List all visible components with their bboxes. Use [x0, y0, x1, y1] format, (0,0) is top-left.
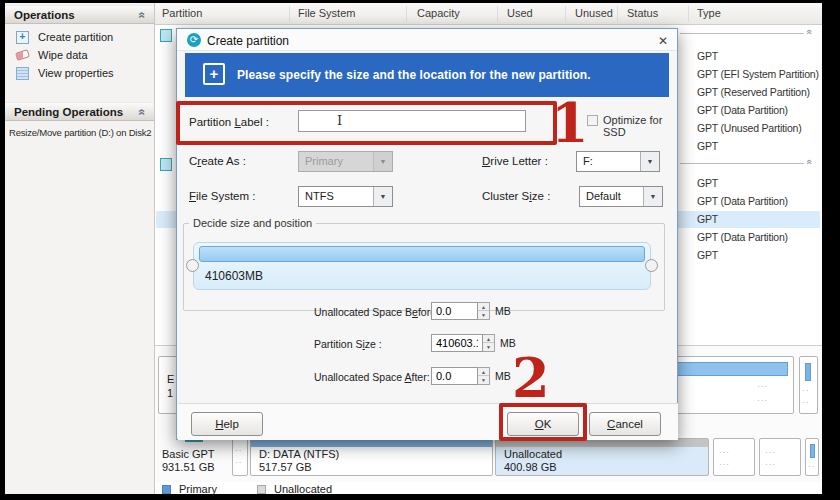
partition-size-label: Partition Size : — [314, 338, 382, 350]
disk2-unallocated-block[interactable]: Unallocated 400.98 GB — [495, 438, 709, 476]
type-cell[interactable]: GPT — [697, 48, 718, 64]
type-cell[interactable]: GPT (Data Partition) — [697, 229, 788, 245]
spin-down-icon[interactable]: ▼ — [483, 343, 494, 351]
chevron-down-icon[interactable]: ▼ — [640, 152, 659, 171]
collapse-chevron-icon[interactable]: « — [137, 108, 149, 115]
type-cell[interactable]: GPT (Reserved Partition) — [697, 84, 810, 100]
disk2-small-partition-block[interactable]: ·· — [805, 438, 819, 476]
annotation-number-2: 2 — [512, 351, 550, 405]
partition-table-header — [155, 3, 822, 25]
column-header-file-system[interactable]: File System — [298, 7, 355, 19]
frame-border-bottom — [0, 494, 840, 500]
disk1-small-partition-block[interactable]: ·· ·· — [799, 356, 818, 414]
spin-down-icon[interactable]: ▼ — [478, 376, 489, 384]
column-header-type[interactable]: Type — [697, 7, 721, 19]
sidebar-item-create-partition[interactable]: + Create partition — [5, 28, 154, 46]
type-cell[interactable]: GPT (Data Partition) — [697, 193, 788, 209]
close-icon[interactable]: ✕ — [653, 32, 673, 50]
column-header-partition[interactable]: Partition — [162, 7, 202, 19]
eraser-icon — [15, 49, 30, 61]
new-partition-plus-icon: + — [203, 63, 225, 85]
operations-panel-title: Operations — [14, 9, 75, 21]
slider-right-handle[interactable] — [645, 259, 658, 272]
sidebar-item-wipe-data[interactable]: Wipe data — [5, 46, 154, 64]
type-cell[interactable]: GPT — [697, 175, 718, 191]
primary-partition-bar — [251, 439, 492, 447]
cluster-size-label: Cluster Size : — [482, 190, 550, 202]
cluster-size-select[interactable]: Default ▼ — [579, 186, 663, 207]
legend-unallocated-swatch — [257, 485, 266, 494]
collapse-chevron-icon[interactable]: « — [137, 11, 149, 18]
type-cell[interactable]: GPT — [697, 247, 718, 263]
space-after-input[interactable] — [431, 367, 478, 385]
type-cell[interactable]: GPT — [697, 138, 718, 154]
drive-letter-value: F: — [583, 155, 593, 167]
add-partition-icon: + — [16, 31, 29, 44]
frame-border-right — [822, 0, 840, 500]
type-cell[interactable]: GPT — [697, 211, 718, 227]
partition-fill-bar — [805, 363, 811, 381]
chevron-down-icon[interactable]: ▼ — [373, 187, 392, 206]
truncated-text-dots: ··· — [757, 397, 768, 405]
type-cell[interactable]: GPT (Data Partition) — [697, 102, 788, 118]
column-header-capacity[interactable]: Capacity — [417, 7, 460, 19]
truncated-text-dots: ··· — [719, 449, 730, 457]
file-system-select[interactable]: NTFS ▼ — [298, 186, 393, 207]
disk2-tiny-partition-block[interactable]: ·· ·· — [232, 438, 248, 476]
type-cell[interactable]: GPT (Unused Partition) — [697, 120, 802, 136]
chevron-down-icon[interactable]: ▼ — [643, 187, 662, 206]
create-as-value: Primary — [305, 155, 343, 167]
file-system-label: File System : — [189, 190, 255, 202]
disk1-label-line2: 1 — [167, 387, 173, 399]
space-before-spinner[interactable]: ▲ ▼ — [478, 302, 490, 320]
size-slider-value: 410603MB — [205, 269, 263, 283]
group-collapse-chevron-icon[interactable]: « — [804, 159, 814, 165]
disk2-partition-d-block[interactable]: D: DATA (NTFS) 517.57 GB — [250, 438, 493, 476]
cancel-button[interactable]: Cancel — [589, 412, 661, 436]
spin-up-icon[interactable]: ▲ — [478, 368, 489, 376]
truncated-text-dots: ··· — [719, 461, 730, 469]
drive-letter-label: Drive Letter : — [482, 155, 548, 167]
column-header-unused[interactable]: Unused — [575, 7, 613, 19]
disk2-small-partition-block[interactable]: ··· ··· — [759, 438, 801, 476]
partition-row-icon — [160, 29, 172, 42]
spin-down-icon[interactable]: ▼ — [478, 311, 489, 319]
space-before-input[interactable] — [431, 302, 478, 320]
group-collapse-chevron-icon[interactable]: « — [804, 29, 814, 35]
size-slider-fill[interactable] — [199, 246, 645, 262]
partition-size-spinner[interactable]: ▲ ▼ — [483, 334, 495, 352]
disk2-label-line2: 931.51 GB — [162, 461, 215, 473]
spin-up-icon[interactable]: ▲ — [478, 303, 489, 311]
pending-operation-item[interactable]: Resize/Move partition (D:) on Disk2 — [5, 127, 154, 138]
dialog-banner: + Please specify the size and the locati… — [185, 53, 669, 97]
legend-primary-swatch — [162, 485, 171, 494]
screenshot-stage: Operations « + Create partition Wipe dat… — [0, 0, 840, 500]
partition-size: 517.57 GB — [259, 461, 312, 473]
spin-up-icon[interactable]: ▲ — [483, 335, 494, 343]
slider-left-handle[interactable] — [186, 259, 199, 272]
file-system-value: NTFS — [305, 190, 334, 202]
truncated-text-dots: ·· — [802, 387, 809, 395]
help-button[interactable]: Help — [191, 412, 263, 436]
drive-letter-select[interactable]: F: ▼ — [576, 151, 660, 172]
partition-name: D: DATA (NTFS) — [259, 448, 339, 460]
properties-grid-icon — [16, 67, 29, 80]
column-header-status[interactable]: Status — [627, 7, 658, 19]
disk2-label-line1: Basic GPT — [162, 448, 215, 460]
space-after-spinner[interactable]: ▲ ▼ — [478, 367, 490, 385]
banner-text: Please specify the size and the location… — [237, 68, 591, 82]
create-partition-dialog: ⟳ Create partition ✕ + Please specify th… — [176, 28, 678, 440]
partition-fill-bar — [810, 444, 815, 458]
disk-group-divider — [680, 163, 804, 164]
type-cell[interactable]: GPT (EFI System Partition) — [697, 66, 819, 82]
optimize-ssd-checkbox[interactable] — [587, 115, 598, 126]
pending-operations-title: Pending Operations — [14, 106, 123, 118]
partition-size-input[interactable] — [431, 334, 483, 352]
optimize-ssd-label: Optimize for SSD — [603, 114, 677, 138]
disk-group-divider — [680, 33, 804, 34]
column-separator — [497, 6, 498, 22]
frame-border-left — [0, 0, 5, 500]
column-header-used[interactable]: Used — [507, 7, 533, 19]
sidebar-item-view-properties[interactable]: View properties — [5, 64, 154, 82]
disk2-small-partition-block[interactable]: ··· ··· — [713, 438, 755, 476]
